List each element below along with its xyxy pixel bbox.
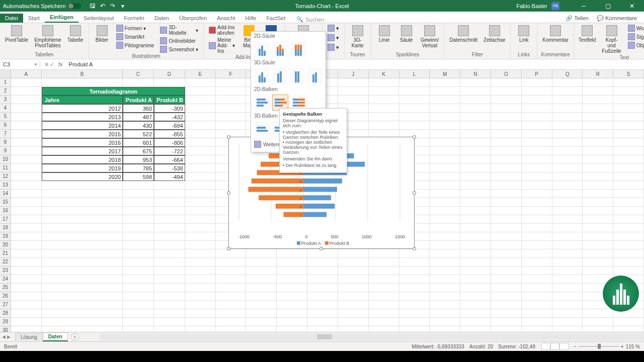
cell[interactable]: [522, 155, 552, 164]
cell[interactable]: -694: [154, 121, 185, 130]
cell[interactable]: [185, 224, 216, 232]
cell[interactable]: [307, 318, 338, 326]
cell[interactable]: [613, 326, 644, 332]
3d-clustered-column-icon[interactable]: [254, 68, 270, 84]
cell[interactable]: [216, 87, 247, 96]
cell[interactable]: [399, 121, 430, 130]
tab-factset[interactable]: FactSet: [261, 14, 290, 23]
cell[interactable]: [338, 284, 369, 292]
cell[interactable]: [185, 284, 216, 292]
cell[interactable]: [430, 232, 460, 241]
cell[interactable]: [123, 318, 154, 326]
cell[interactable]: [583, 130, 613, 138]
cell[interactable]: [430, 138, 460, 147]
cell[interactable]: [613, 147, 644, 155]
cell[interactable]: [430, 326, 460, 332]
row-header[interactable]: 15: [0, 198, 11, 207]
cell[interactable]: [123, 258, 154, 266]
cell[interactable]: [430, 172, 460, 181]
maximize-button[interactable]: ▢: [598, 1, 618, 12]
add-sheet-button[interactable]: +: [71, 333, 79, 341]
cell[interactable]: [399, 104, 430, 113]
cell[interactable]: [154, 224, 185, 232]
cell[interactable]: [552, 147, 583, 155]
cell[interactable]: [522, 147, 552, 155]
row-header[interactable]: 17: [0, 215, 11, 224]
cell[interactable]: [11, 224, 42, 232]
comment-button[interactable]: Kommentar: [540, 24, 571, 44]
stacked100-column-icon[interactable]: [290, 41, 306, 57]
cell[interactable]: [583, 318, 613, 326]
cell[interactable]: [583, 121, 613, 130]
cell[interactable]: [399, 301, 430, 309]
cell[interactable]: [522, 241, 552, 249]
cell[interactable]: [307, 292, 338, 301]
cell[interactable]: [613, 172, 644, 181]
cell[interactable]: [11, 326, 42, 332]
cell[interactable]: [583, 155, 613, 164]
fx-icon[interactable]: fx: [58, 61, 66, 67]
row-header[interactable]: 12: [0, 172, 11, 181]
cell[interactable]: [613, 232, 644, 241]
cell[interactable]: 2013: [42, 113, 123, 121]
3d-stacked100-column-icon[interactable]: [289, 68, 305, 84]
cell[interactable]: [185, 78, 216, 87]
cell[interactable]: [613, 121, 644, 130]
cell[interactable]: [154, 318, 185, 326]
cell[interactable]: [552, 292, 583, 301]
cell[interactable]: [42, 292, 123, 301]
link-button[interactable]: Link: [514, 24, 534, 44]
cell[interactable]: [583, 138, 613, 147]
cell[interactable]: [11, 318, 42, 326]
cell[interactable]: [123, 78, 154, 87]
timeline-button[interactable]: Zeitachse: [481, 24, 507, 44]
sparkline-line-button[interactable]: Linie: [374, 24, 394, 44]
cell[interactable]: [246, 318, 277, 326]
cell[interactable]: [154, 207, 185, 215]
row-header[interactable]: 14: [0, 190, 11, 198]
cell[interactable]: [491, 138, 522, 147]
cell[interactable]: [522, 207, 552, 215]
resize-handle-mr[interactable]: [413, 191, 416, 195]
cell[interactable]: [185, 215, 216, 224]
cell[interactable]: [613, 113, 644, 121]
cell[interactable]: [154, 258, 185, 266]
cell[interactable]: [552, 198, 583, 207]
cell[interactable]: [491, 266, 522, 275]
tab-insert[interactable]: Einfügen: [45, 13, 78, 23]
cell[interactable]: [522, 104, 552, 113]
row-header[interactable]: 10: [0, 155, 11, 164]
cell[interactable]: -722: [154, 147, 185, 155]
row-header[interactable]: 22: [0, 258, 11, 266]
get-addins-button[interactable]: Add-Ins abrufen: [207, 24, 237, 36]
cell[interactable]: [42, 258, 123, 266]
chart-line-button[interactable]: ▾: [326, 34, 341, 42]
zoom-level[interactable]: 115 %: [626, 344, 640, 349]
cell[interactable]: [460, 318, 491, 326]
cell[interactable]: [185, 172, 216, 181]
cell[interactable]: [430, 292, 460, 301]
cell[interactable]: [522, 318, 552, 326]
cell[interactable]: [491, 249, 522, 258]
cell[interactable]: [460, 326, 491, 332]
column-header[interactable]: D: [154, 70, 185, 78]
cell[interactable]: [42, 301, 123, 309]
my-addins-button[interactable]: Meine Add-Ins ▾: [207, 37, 237, 54]
cell[interactable]: [154, 275, 185, 284]
cell[interactable]: [369, 258, 399, 266]
cell[interactable]: [583, 198, 613, 207]
cell[interactable]: [42, 207, 123, 215]
sparkline-column-button[interactable]: Säule: [396, 24, 417, 44]
cell[interactable]: [307, 284, 338, 292]
cell[interactable]: [123, 292, 154, 301]
row-header[interactable]: 2: [0, 87, 11, 96]
cell[interactable]: [338, 96, 369, 104]
chart-pie-button[interactable]: ▾: [326, 43, 341, 51]
cell[interactable]: [522, 198, 552, 207]
cell[interactable]: [430, 96, 460, 104]
cell[interactable]: [11, 207, 42, 215]
cell[interactable]: [123, 215, 154, 224]
cell[interactable]: [552, 301, 583, 309]
stacked-column-icon[interactable]: [272, 41, 288, 57]
cell[interactable]: [552, 207, 583, 215]
